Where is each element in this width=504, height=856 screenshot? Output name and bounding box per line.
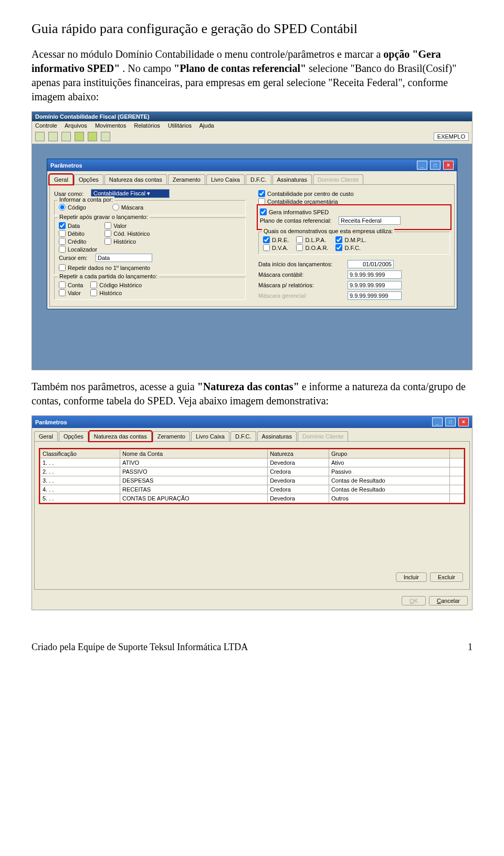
toolbar-icon[interactable] [88,132,97,141]
natureza-table-highlight: Classificação Nome da Conta Natureza Gru… [39,448,465,504]
chk-valor2[interactable]: Valor [59,289,83,296]
minimize-icon[interactable]: _ [417,161,427,170]
chk-dfc[interactable]: D.F.C. [335,244,366,251]
toolbar-icon[interactable] [48,132,58,141]
chk-dlpa[interactable]: D.L.P.A. [296,236,328,243]
menu-arquivos[interactable]: Arquivos [65,122,87,129]
toolbar-icon[interactable] [61,132,71,141]
tab-assinaturas[interactable]: Assinaturas [272,174,312,184]
app-titlebar: Domínio Contabilidade Fiscal (GERENTE) [32,112,472,121]
menu-relatorios[interactable]: Relatórios [134,122,160,129]
chk-gera-sped[interactable]: Gera informativo SPED [260,208,448,215]
radio-codigo[interactable]: Código [59,204,86,211]
tab-zeramento[interactable]: Zeramento [153,431,190,441]
chk-repetir-primeiro[interactable]: Repetir dados no 1º lançamento [59,264,241,271]
close-icon[interactable]: × [458,417,469,426]
chk-dva[interactable]: D.V.A. [263,244,289,251]
chk-conta[interactable]: Conta [59,281,83,288]
chk-credito[interactable]: Crédito [59,238,97,245]
cursor-field[interactable]: Data [96,254,152,262]
tab-livro-caixa[interactable]: Livro Caixa [191,431,229,441]
close-icon[interactable]: × [443,161,454,170]
table-header-row: Classificação Nome da Conta Natureza Gru… [40,450,464,458]
page-number: 1 [468,642,472,653]
table-row[interactable]: 4. . .RECEITASCredoraContas de Resultado [40,485,464,494]
screenshot-2: Parâmetros _ □ × Geral Opções Natureza d… [32,415,472,610]
tab-dominio-cliente: Domínio Cliente [298,431,348,441]
menu-ajuda[interactable]: Ajuda [200,122,214,129]
col-classificacao[interactable]: Classificação [40,450,120,458]
excluir-button[interactable]: Excluir [430,572,463,582]
radio-mascara[interactable]: Máscara [112,204,143,211]
chk-doar[interactable]: D.O.A.R. [296,244,328,251]
chk-historico[interactable]: Histórico [104,238,150,245]
chk-codhist[interactable]: Cód. Histórico [104,230,150,237]
toolbar-icon[interactable] [35,132,45,141]
data-inicio-field[interactable]: 01/01/2005 [348,260,394,268]
tabs: Geral Opções Natureza das contas Zeramen… [47,171,457,184]
menu-controle[interactable]: Controle [35,122,57,129]
table-row[interactable]: 2. . .PASSIVOCredoraPassivo [40,467,464,476]
paragraph-2: Também nos parâmetros, acesse a guia "Na… [32,380,472,408]
tabs: Geral Opções Natureza das contas Zeramen… [32,428,472,441]
chk-centro-custo[interactable]: Contabilidade por centro de custo [258,190,450,197]
masc-rel-label: Máscara p/ relatórios: [258,282,348,288]
tab-opcoes[interactable]: Opções [59,431,88,441]
footer-left: Criado pela Equipe de Suporte Teksul Inf… [32,642,248,653]
chk-hist2[interactable]: Histórico [90,289,142,296]
col-nome[interactable]: Nome da Conta [120,450,267,458]
tab-zeramento[interactable]: Zeramento [168,174,205,184]
chk-dmpl[interactable]: D.M.P.L. [335,236,366,243]
masc-cont-field[interactable]: 9.9.99.99.999 [348,270,402,279]
text: Acessar no módulo Domínio Contabilidade … [32,48,383,60]
chk-debito[interactable]: Débito [59,230,97,237]
tab-natureza[interactable]: Natureza das contas [89,431,152,441]
table-row[interactable]: 5. . .CONTAS DE APURAÇÃODevedoraOutros [40,494,464,503]
masc-cont-label: Máscara contábil: [258,272,348,278]
tab-natureza[interactable]: Natureza das contas [104,174,167,184]
toolbar: EXEMPLO [32,130,472,144]
tab-geral[interactable]: Geral [49,174,73,184]
screenshot-1: Domínio Contabilidade Fiscal (GERENTE) C… [32,111,472,370]
maximize-icon[interactable]: □ [445,417,456,426]
chk-valor[interactable]: Valor [104,222,150,229]
tab-geral[interactable]: Geral [34,431,58,441]
menu-utilitarios[interactable]: Utilitários [168,122,192,129]
tab-livro-caixa[interactable]: Livro Caixa [206,174,245,184]
parametros-window: Parâmetros _ □ × Geral Opções Natureza d… [47,159,457,309]
window-title: Parâmetros [35,419,67,425]
tab-dfc[interactable]: D.F.C. [246,174,271,184]
menu-movimentos[interactable]: Movimentos [95,122,126,129]
col-natureza[interactable]: Natureza [268,450,329,458]
text-bold: "Natureza das contas" [197,381,299,392]
table-row[interactable]: 3. . .DESPESASDevedoraContas de Resultad… [40,476,464,485]
maximize-icon[interactable]: □ [430,161,440,170]
tab-assinaturas[interactable]: Assinaturas [257,431,297,441]
menubar[interactable]: Controle Arquivos Movimentos Relatórios … [32,121,472,130]
grp-repetir: Repetir após gravar o lançamento: [58,214,150,220]
page-title: Guia rápido para configuração e geração … [32,21,472,37]
chk-codhist2[interactable]: Código Histórico [90,281,142,288]
chk-localizador[interactable]: Localizador [59,246,97,253]
masc-rel-field[interactable]: 9.9.99.99.999 [348,281,402,289]
chk-orcamentaria[interactable]: Contabilidade orçamentária [258,198,450,205]
col-grupo[interactable]: Grupo [329,450,449,458]
grp-demon: Quais os demonstrativos que esta empresa… [262,228,394,234]
window-title: Parâmetros [50,162,82,169]
cancelar-button[interactable]: Cancelar [429,596,468,606]
text: Também nos parâmetros, acesse a guia [32,381,197,392]
toolbar-icon[interactable] [101,132,110,141]
minimize-icon[interactable]: _ [432,417,443,426]
incluir-button[interactable]: Incluir [396,572,427,582]
toolbar-icon[interactable] [75,132,84,141]
plano-field[interactable]: Receita Federal [339,216,401,225]
table-row[interactable]: 1. . .ATIVODevedoraAtivo [40,458,464,467]
masc-ger-field[interactable]: 9.9.99.999.999 [348,291,402,300]
text: . No campo [122,62,174,74]
chk-data[interactable]: Data [59,222,97,229]
chk-dre[interactable]: D.R.E. [263,236,289,243]
text-bold: "Plano de contas referencial" [174,62,306,74]
grp-partida: Repetir a cada partida do lançamento: [58,273,159,279]
tab-dfc[interactable]: D.F.C. [230,431,256,441]
tab-opcoes[interactable]: Opções [74,174,103,184]
